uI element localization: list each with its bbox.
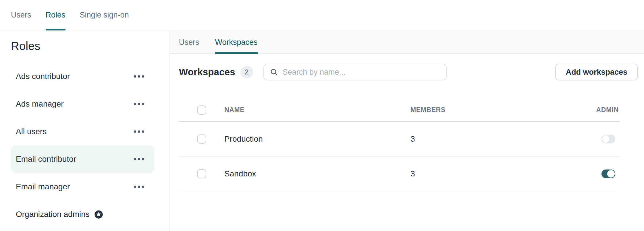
top-tab-roles[interactable]: Roles	[46, 0, 65, 30]
row-checkbox[interactable]	[197, 169, 206, 178]
ellipsis-icon[interactable]	[134, 158, 144, 160]
top-tab-users[interactable]: Users	[11, 0, 31, 30]
search-input[interactable]	[283, 68, 440, 77]
role-label: Email contributor	[16, 155, 76, 164]
sidebar-item-ads-contributor[interactable]: Ads contributor	[11, 63, 155, 90]
column-header-admin: ADMIN	[596, 106, 620, 114]
top-nav: Users Roles Single sign-on	[0, 0, 644, 30]
workspace-members: 3	[410, 169, 415, 178]
sidebar-item-email-contributor[interactable]: Email contributor	[11, 145, 155, 173]
roles-sidebar: Roles Ads contributor Ads manager All us…	[0, 31, 169, 231]
admin-toggle[interactable]	[601, 135, 615, 143]
workspaces-table: NAME MEMBERS ADMIN Production 3	[179, 99, 620, 191]
add-workspaces-button[interactable]: Add workspaces	[555, 64, 638, 80]
select-all-checkbox[interactable]	[197, 105, 206, 115]
search-icon	[270, 68, 278, 76]
role-label: Email manager	[16, 182, 70, 191]
sidebar-item-all-users[interactable]: All users	[11, 118, 155, 145]
top-tab-single-sign-on[interactable]: Single sign-on	[80, 0, 129, 30]
role-label: Organization admins	[16, 210, 90, 219]
ellipsis-icon[interactable]	[134, 103, 144, 105]
column-header-members: MEMBERS	[410, 106, 446, 114]
main-tabs: Users Workspaces	[170, 31, 644, 54]
star-badge-icon	[94, 210, 103, 219]
column-header-name: NAME	[224, 106, 410, 114]
ellipsis-icon[interactable]	[134, 130, 144, 133]
main-panel: Users Workspaces Workspaces 2 Add worksp…	[170, 31, 644, 231]
search-box[interactable]	[263, 64, 447, 80]
role-label: Ads contributor	[16, 72, 70, 81]
table-row: Sandbox 3	[179, 157, 620, 191]
tab-workspaces[interactable]: Workspaces	[215, 31, 258, 53]
workspaces-count-badge: 2	[240, 66, 253, 78]
workspaces-header: Workspaces 2 Add workspaces	[179, 64, 638, 80]
table-row: Production 3	[179, 122, 620, 157]
page-title: Workspaces	[179, 67, 235, 78]
ellipsis-icon[interactable]	[134, 186, 144, 188]
workspaces-content: Workspaces 2 Add workspaces NAME	[170, 54, 644, 191]
table-header-row: NAME MEMBERS ADMIN	[179, 99, 620, 122]
admin-toggle[interactable]	[601, 170, 615, 178]
workspace-name: Sandbox	[224, 169, 410, 178]
role-label: Ads manager	[16, 99, 64, 109]
sidebar-item-email-manager[interactable]: Email manager	[11, 173, 155, 201]
workspace-members: 3	[410, 134, 415, 144]
tab-users[interactable]: Users	[179, 31, 199, 53]
sidebar-item-ads-manager[interactable]: Ads manager	[11, 90, 155, 118]
workspace-name: Production	[224, 134, 410, 144]
ellipsis-icon[interactable]	[134, 75, 144, 78]
sidebar-title: Roles	[11, 38, 169, 53]
settings-screen: Users Roles Single sign-on Roles Ads con…	[0, 0, 644, 231]
sidebar-item-organization-admins[interactable]: Organization admins	[11, 201, 155, 228]
role-label: All users	[16, 127, 47, 136]
row-checkbox[interactable]	[197, 134, 206, 144]
